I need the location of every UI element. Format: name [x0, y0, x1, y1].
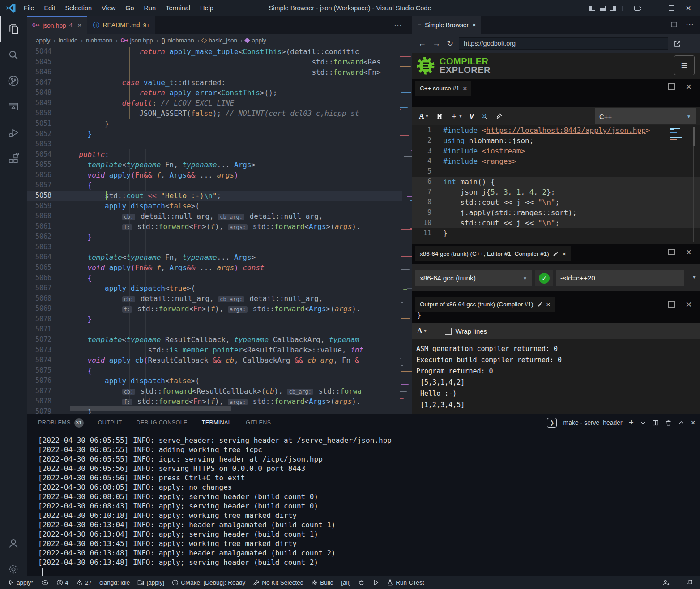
terminal-select[interactable]: make - serve_header: [563, 419, 622, 426]
close-pane-icon[interactable]: ×: [686, 249, 692, 255]
wrap-lines-checkbox[interactable]: [445, 328, 452, 335]
status-item-warnings[interactable]: 27: [76, 579, 92, 586]
font-size-button[interactable]: A▼: [417, 327, 427, 335]
breadcrumb[interactable]: apply›include›nlohmann›C++json.hpp›{}nlo…: [27, 34, 412, 47]
new-terminal-icon[interactable]: +: [629, 418, 634, 428]
ce-source-editor[interactable]: 1#include <https://localhost:8443/apply/…: [412, 125, 700, 244]
maximize-pane-icon[interactable]: [668, 83, 675, 90]
browser-more-actions-icon[interactable]: ⋯: [686, 20, 694, 30]
breadcrumb-item-basic_json[interactable]: basic_json: [202, 37, 237, 44]
minimize-icon[interactable]: ─: [652, 4, 657, 13]
tab-json.hpp[interactable]: C++json.hpp4×: [27, 16, 87, 34]
menu-selection[interactable]: Selection: [60, 4, 97, 12]
toggle-panel-icon[interactable]: [600, 6, 606, 11]
menu-view[interactable]: View: [97, 4, 120, 12]
sidebar-item-cmake[interactable]: [0, 94, 27, 120]
pin-icon[interactable]: [495, 113, 503, 120]
status-item-notifications[interactable]: [686, 579, 694, 586]
status-item-cmake-kit[interactable]: No Kit Selected: [253, 579, 303, 586]
split-editor-icon[interactable]: [670, 21, 678, 28]
status-item-errors[interactable]: 4: [56, 579, 69, 586]
sidebar-item-explorer[interactable]: [0, 16, 27, 42]
close-pane-icon[interactable]: ×: [686, 301, 692, 308]
status-item-sync[interactable]: [41, 579, 49, 586]
accounts-button[interactable]: [0, 530, 27, 556]
chevron-down-icon[interactable]: ▼: [692, 275, 696, 280]
edit-pencil-icon[interactable]: [537, 301, 543, 307]
maximize-pane-icon[interactable]: [668, 249, 675, 255]
customize-layout-icon[interactable]: [634, 6, 640, 11]
code-editor[interactable]: 5044 return apply_make_tuple<ConstThis>(…: [27, 47, 412, 414]
hamburger-menu-icon[interactable]: ≡: [674, 55, 695, 75]
breadcrumb-item-apply[interactable]: apply: [245, 37, 266, 44]
tab-cpp-source[interactable]: C++ source #1 ×: [415, 81, 471, 96]
tab-compiler[interactable]: x86-64 gcc (trunk) (C++, Editor #1, Comp…: [415, 246, 571, 261]
panel-tab-gitlens[interactable]: GITLENS: [246, 414, 271, 431]
status-item-clangd-status[interactable]: clangd: idle: [99, 579, 130, 586]
close-tab-icon[interactable]: ×: [77, 21, 81, 30]
status-item-cmake-build[interactable]: Build: [311, 579, 333, 586]
breadcrumb-item-apply[interactable]: apply: [36, 37, 50, 44]
menu-terminal[interactable]: Terminal: [161, 4, 195, 12]
status-item-debug[interactable]: [358, 579, 365, 586]
menu-help[interactable]: Help: [195, 4, 218, 12]
terminal-output[interactable]: [2022-04-30 06:05:55] INFO: serve_header…: [38, 436, 691, 567]
status-item-launch[interactable]: [372, 579, 379, 586]
editor-more-actions-icon[interactable]: ⋯: [394, 21, 402, 30]
back-icon[interactable]: ←: [418, 39, 426, 48]
code-token[interactable]: https://localhost:8443/apply/json.hpp: [486, 126, 645, 135]
tab-output[interactable]: Output of x86-64 gcc (trunk) (Compiler #…: [415, 297, 555, 312]
open-external-icon[interactable]: [674, 40, 681, 47]
panel-tab-problems[interactable]: PROBLEMS31: [38, 414, 84, 431]
close-panel-icon[interactable]: ×: [691, 418, 696, 428]
maximize-icon[interactable]: [669, 5, 674, 11]
close-source-tab-icon[interactable]: ×: [463, 85, 467, 92]
chevron-down-icon[interactable]: [640, 420, 646, 426]
status-item-cmake-project[interactable]: [apply]: [137, 579, 164, 586]
tab-simple-browser[interactable]: ≡ Simple Browser ×: [412, 16, 481, 34]
status-item-accounts-feedback[interactable]: [662, 579, 670, 586]
split-terminal-icon[interactable]: [652, 420, 659, 426]
breadcrumb-item-include[interactable]: include: [59, 37, 78, 44]
chevron-up-icon[interactable]: [678, 420, 684, 426]
edit-pencil-icon[interactable]: [553, 251, 559, 257]
status-item-ctest[interactable]: Run CTest: [387, 579, 424, 586]
horizontal-scrollbar[interactable]: [70, 406, 231, 411]
sidebar-item-run-debug[interactable]: [0, 120, 27, 146]
menu-file[interactable]: File: [19, 4, 39, 12]
close-browser-tab-icon[interactable]: ×: [472, 21, 476, 29]
panel-tab-output[interactable]: OUTPUT: [98, 414, 122, 431]
status-item-cmake-target[interactable]: [all]: [341, 579, 350, 586]
add-pane-button[interactable]: ＋▼: [450, 112, 462, 121]
status-item-git-branch[interactable]: apply*: [8, 579, 34, 586]
sidebar-item-search[interactable]: [0, 42, 27, 68]
breadcrumb-item-nlohmann[interactable]: nlohmann: [86, 37, 112, 44]
compiler-options-input[interactable]: -std=c++20: [556, 270, 684, 286]
font-size-button[interactable]: A▼: [419, 112, 429, 120]
menu-run[interactable]: Run: [139, 4, 161, 12]
menu-go[interactable]: Go: [120, 4, 139, 12]
close-pane-icon[interactable]: ×: [686, 83, 692, 90]
sidebar-item-extensions[interactable]: [0, 146, 27, 172]
compiler-select[interactable]: x86-64 gcc (trunk) ▼: [415, 270, 532, 286]
panel-tab-terminal[interactable]: TERMINAL: [202, 414, 231, 431]
ce-scrollbar-slider[interactable]: [693, 127, 695, 146]
tab-readme.md[interactable]: ⓘREADME.md9+: [87, 16, 155, 34]
save-icon[interactable]: [436, 113, 443, 120]
trash-icon[interactable]: [665, 420, 672, 426]
forward-icon[interactable]: →: [432, 39, 440, 48]
breadcrumb-item-nlohmann[interactable]: {}nlohmann: [161, 37, 194, 44]
close-window-icon[interactable]: ×: [686, 3, 691, 13]
panel-tab-debug-console[interactable]: DEBUG CONSOLE: [136, 414, 187, 431]
sidebar-item-source-control[interactable]: [0, 68, 27, 94]
maximize-pane-icon[interactable]: [668, 301, 675, 308]
minimap[interactable]: [400, 47, 412, 404]
zoom-icon[interactable]: [481, 113, 488, 120]
close-output-tab-icon[interactable]: ×: [546, 301, 551, 308]
toggle-sidebar-icon[interactable]: [589, 6, 595, 11]
close-compiler-tab-icon[interactable]: ×: [562, 250, 566, 258]
status-item-cmake-status[interactable]: CMake: [Debug]: Ready: [172, 579, 245, 586]
breadcrumb-item-json.hpp[interactable]: C++json.hpp: [121, 37, 153, 44]
menu-edit[interactable]: Edit: [39, 4, 60, 12]
vim-toggle-icon[interactable]: v: [470, 112, 474, 120]
